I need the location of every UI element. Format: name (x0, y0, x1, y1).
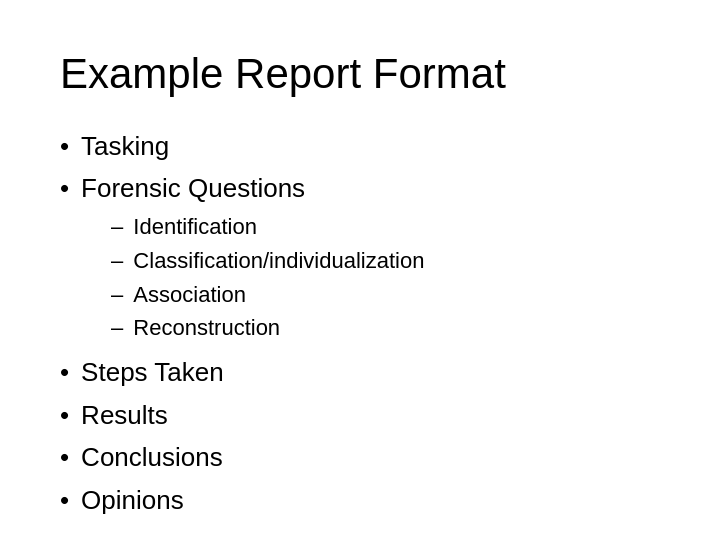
bullet-symbol: • (60, 397, 69, 433)
dash-symbol: – (111, 211, 123, 243)
bullet-text: Conclusions (81, 439, 223, 475)
bullet-symbol: • (60, 482, 69, 518)
list-item: • Conclusions (60, 439, 660, 475)
bullet-text: Forensic Questions (81, 173, 305, 203)
list-item: • Forensic Questions – Identification – … (60, 170, 660, 348)
sub-list-item: – Reconstruction (111, 312, 424, 344)
list-item: • Steps Taken (60, 354, 660, 390)
bullet-symbol: • (60, 354, 69, 390)
dash-symbol: – (111, 312, 123, 344)
bullet-text: Steps Taken (81, 354, 224, 390)
bullet-text: Tasking (81, 128, 169, 164)
slide: Example Report Format • Tasking • Forens… (0, 0, 720, 540)
content-area: • Tasking • Forensic Questions – Identif… (60, 128, 660, 518)
list-item: • Results (60, 397, 660, 433)
sub-item-text: Reconstruction (133, 312, 280, 344)
sub-list: – Identification – Classification/indivi… (81, 211, 424, 345)
bullet-content: Forensic Questions – Identification – Cl… (81, 170, 424, 348)
sub-list-item: – Identification (111, 211, 424, 243)
bullet-text: Opinions (81, 482, 184, 518)
sub-list-item: – Classification/individualization (111, 245, 424, 277)
dash-symbol: – (111, 245, 123, 277)
list-item: • Tasking (60, 128, 660, 164)
bullet-symbol: • (60, 170, 69, 206)
bullet-symbol: • (60, 128, 69, 164)
sub-item-text: Association (133, 279, 246, 311)
dash-symbol: – (111, 279, 123, 311)
sub-list-item: – Association (111, 279, 424, 311)
sub-item-text: Identification (133, 211, 257, 243)
bullet-symbol: • (60, 439, 69, 475)
bullet-text: Results (81, 397, 168, 433)
list-item: • Opinions (60, 482, 660, 518)
sub-item-text: Classification/individualization (133, 245, 424, 277)
slide-title: Example Report Format (60, 50, 660, 98)
